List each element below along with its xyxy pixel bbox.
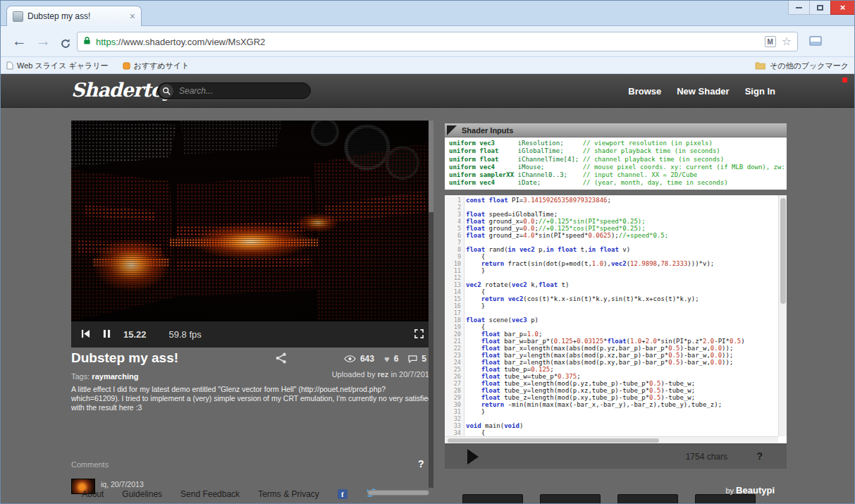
tab-title: Dubstep my ass! [27, 11, 125, 21]
shader-stats: 643 ♥ 6 5 [344, 354, 432, 364]
playback-time: 15.22 [123, 329, 147, 340]
comment-author[interactable]: iq, 20/7/2013 [101, 479, 144, 488]
site-nav: Browse New Shader Sign In [628, 74, 775, 108]
shadertoy-page: Shadertoy Search... Browse New Shader Si… [1, 74, 854, 503]
comments-help-button[interactable]: ? [418, 458, 424, 469]
footer-send-feedback[interactable]: Send Feedback [180, 489, 240, 499]
url-rest: ://www.shadertoy.com/view/MsXGR2 [116, 37, 265, 47]
shader-title: Dubstep my ass! [71, 350, 178, 366]
bookmark-star-icon[interactable]: ☆ [782, 36, 792, 47]
browser-window: Dubstep my ass! × × ← → https://www.shad… [0, 0, 855, 504]
footer-about[interactable]: About [82, 489, 104, 499]
comment-bubble-icon [408, 355, 417, 363]
folder-icon [755, 61, 765, 70]
nav-browse[interactable]: Browse [628, 86, 661, 97]
editor-code[interactable]: const float PI=3.14159265358979323846; f… [466, 197, 778, 436]
search-input[interactable]: Search... [157, 82, 311, 99]
horizontal-scrollbar-thumb[interactable] [367, 490, 429, 496]
facebook-icon[interactable]: f [338, 489, 347, 499]
bookmark-item[interactable]: おすすめサイト [123, 61, 190, 71]
beautypi-credit: by Beautypi [725, 485, 775, 496]
scrollbar-thumb[interactable] [429, 121, 433, 212]
site-header: Shadertoy Search... Browse New Shader Si… [1, 74, 854, 108]
back-button[interactable]: ← [12, 32, 27, 50]
editor-vertical-scrollbar[interactable] [778, 195, 787, 436]
tab-close-icon[interactable]: × [130, 11, 135, 21]
site-footer: About Guidelines Send Feedback Terms & P… [82, 488, 377, 500]
url-text: https://www.shadertoy.com/view/MsXGR2 [96, 37, 265, 47]
window-minimize-button[interactable] [788, 1, 809, 15]
tag-raymarching[interactable]: raymarching [92, 372, 138, 381]
browser-action-icon[interactable] [809, 36, 822, 49]
window-controls: × [788, 1, 854, 15]
editor-gutter: 1234567891011121314151617181920212223242… [445, 197, 465, 436]
left-vertical-scrollbar[interactable] [429, 121, 433, 488]
search-placeholder: Search... [179, 86, 213, 96]
bookmarks-bar: Web スライス ギャラリー おすすめサイト その他のブックマーク [1, 57, 854, 74]
reload-button[interactable] [60, 35, 71, 54]
forward-button[interactable]: → [36, 32, 51, 50]
fullscreen-icon[interactable] [414, 328, 424, 341]
collapse-triangle-icon [447, 125, 457, 135]
compile-play-button[interactable] [467, 449, 479, 465]
minimize-icon [796, 6, 802, 8]
code-editor[interactable]: 1234567891011121314151617181920212223242… [445, 195, 787, 443]
address-bar[interactable]: https://www.shadertoy.com/view/MsXGR2 M … [77, 32, 798, 51]
https-lock-icon [83, 35, 91, 48]
pause-button[interactable] [103, 328, 111, 341]
view-count: 643 [360, 354, 374, 364]
notification-dot [842, 78, 847, 82]
inputs-code: uniform vec3 iResolution; // viewport re… [445, 137, 787, 190]
site-favicon-icon [13, 11, 23, 22]
compile-bar: 1754 chars ? [445, 443, 787, 469]
scrollbar-thumb[interactable] [780, 198, 786, 304]
url-scheme: https [96, 37, 116, 47]
tags-label: Tags: [71, 372, 90, 381]
nav-new-shader[interactable]: New Shader [677, 86, 729, 97]
site-badge-icon [123, 62, 130, 70]
comments-label: Comments [71, 460, 109, 469]
search-icon [159, 84, 173, 98]
shader-description: A little effect I did for my latest demo… [71, 385, 432, 412]
window-close-button[interactable]: × [830, 1, 854, 15]
nav-sign-in[interactable]: Sign In [745, 86, 775, 97]
uploaded-line: Uploaded by rez in 20/7/2013 [332, 370, 433, 379]
scrollbar-thumb[interactable] [448, 438, 659, 443]
extension-page-action-icon[interactable]: M [765, 36, 776, 47]
channel-slot-1[interactable] [540, 494, 601, 503]
window-maximize-button[interactable] [809, 1, 830, 15]
like-count: 6 [394, 354, 399, 364]
footer-guidelines[interactable]: Guidelines [122, 489, 162, 499]
maximize-icon [817, 5, 823, 11]
comment-count: 5 [422, 354, 426, 364]
bookmark-item[interactable]: Web スライス ギャラリー [6, 61, 109, 71]
other-bookmarks-button[interactable]: その他のブックマーク [755, 57, 849, 74]
title-row: Dubstep my ass! 643 ♥ 6 5 [71, 350, 433, 369]
share-icon[interactable] [276, 352, 287, 367]
editor-horizontal-scrollbar[interactable] [445, 436, 778, 443]
page-icon [6, 61, 13, 70]
uploader-link[interactable]: rez [377, 370, 388, 379]
like-heart-icon[interactable]: ♥ [384, 355, 390, 364]
omnibox-actions: M ☆ [765, 36, 792, 47]
browser-tab[interactable]: Dubstep my ass! × [6, 6, 142, 26]
editor-help-button[interactable]: ? [756, 450, 763, 462]
footer-terms[interactable]: Terms & Privacy [258, 489, 319, 499]
channel-slot-2[interactable] [617, 494, 678, 503]
rewind-button[interactable] [81, 328, 90, 341]
tab-strip: Dubstep my ass! × × [1, 1, 854, 25]
player-bar: 15.22 59.8 fps [71, 321, 433, 348]
char-count: 1754 chars [686, 452, 727, 462]
views-eye-icon [344, 355, 356, 362]
browser-toolbar: ← → https://www.shadertoy.com/view/MsXGR… [1, 25, 854, 56]
channel-slot-0[interactable] [462, 494, 523, 503]
shader-canvas[interactable] [71, 121, 433, 321]
fps-counter: 59.8 fps [169, 329, 202, 340]
tags-row: Tags: raymarching Uploaded by rez in 20/… [71, 372, 433, 381]
shader-inputs-header[interactable]: Shader Inputs [445, 123, 787, 137]
